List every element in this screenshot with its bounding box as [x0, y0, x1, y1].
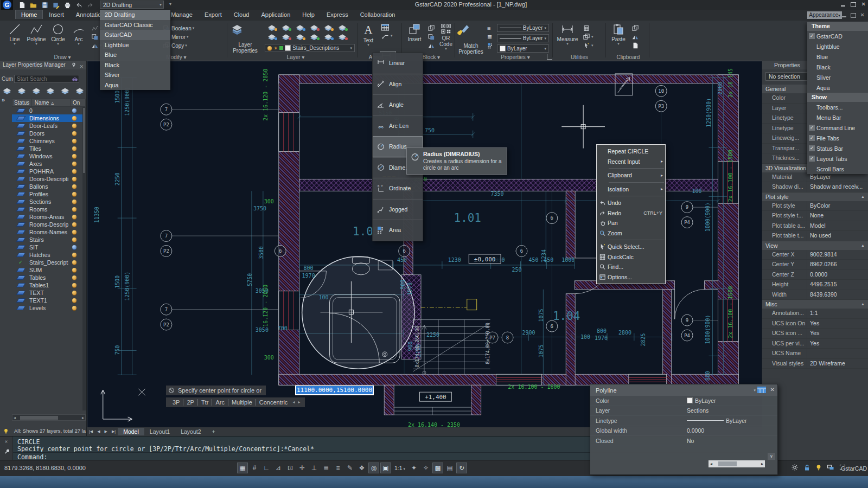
layout-tab-model[interactable]: Model [118, 428, 144, 435]
save-as-icon[interactable] [52, 1, 61, 9]
status-table-display[interactable]: ▤ [444, 463, 455, 473]
properties-dialog-launcher[interactable] [547, 54, 552, 60]
dim-menu-ordinate[interactable]: Ordinate [373, 178, 423, 199]
context-item-options[interactable]: Options... [597, 272, 665, 282]
layer-row[interactable]: ✓Stairs_Descripti... [12, 259, 82, 266]
circle-option-concentric[interactable]: Concentric [256, 397, 291, 407]
layer-row[interactable]: Chimneys [12, 137, 82, 145]
arc-tool[interactable]: Arc▾ [68, 23, 89, 45]
tab-collaboration[interactable]: Collaboration [354, 10, 401, 19]
doc-close-button[interactable]: ✕ [860, 12, 865, 18]
color-combo[interactable]: ByLayer▾ [497, 24, 549, 32]
theme-blue[interactable]: Blue [807, 52, 868, 62]
dim-menu-jogged[interactable]: Jogged [373, 199, 423, 220]
command-wrench-icon[interactable] [3, 448, 10, 455]
palette-title[interactable]: Layer Properties Manager ✕ [0, 61, 86, 69]
appearance-button[interactable]: Appearance▾ [807, 11, 842, 19]
status-polar-tracking[interactable]: ⊿ [273, 463, 284, 473]
dim-menu-align[interactable]: Align [373, 74, 423, 95]
tab-help[interactable]: Help [296, 10, 321, 19]
property-row[interactable]: Visual styles2D Wireframe [762, 359, 868, 369]
utilities-extra-tools[interactable]: ▾ ▾ [583, 24, 593, 50]
new-file-icon[interactable] [17, 1, 27, 9]
layer-settings-icon[interactable] [75, 87, 85, 94]
section-misc[interactable]: Misc▲ [762, 300, 868, 309]
workspace-combo[interactable]: 2D Drafting▾ [100, 1, 164, 9]
linetype-combo[interactable]: ByLayer▾ [497, 34, 549, 42]
context-item-repeat-circle[interactable]: Repeat CIRCLE [597, 146, 665, 157]
circle-option-ttr[interactable]: Ttr [198, 397, 212, 407]
command-close-icon[interactable]: ✕ [5, 439, 8, 444]
prev-layout-icon[interactable]: ◀ [95, 429, 102, 434]
circle-option-2p[interactable]: 2P [183, 397, 197, 407]
theme-black[interactable]: Black [807, 62, 868, 72]
layer-row[interactable]: Doors-Descripti... [12, 175, 82, 183]
circle-option-multiple[interactable]: Multiple [228, 397, 256, 407]
set-current-layer-icon[interactable] [60, 87, 70, 94]
qp-row-color[interactable]: ColorByLayer [590, 396, 777, 406]
layer-combo[interactable]: ☀ Stairs_Descriptions ▾ [265, 44, 355, 52]
text-tool[interactable]: Text▾ [359, 23, 378, 46]
line-tool[interactable]: Line▾ [4, 23, 25, 45]
dim-menu-angle[interactable]: Angle [373, 94, 423, 115]
property-row[interactable]: Width8439.6390 [762, 290, 868, 300]
property-row[interactable]: Height4496.2515 [762, 280, 868, 290]
layer-filter-icon[interactable] [2, 87, 12, 94]
show-command-line[interactable]: ✓Command Line [807, 123, 868, 133]
qp-hscrollbar[interactable]: ◂▸ [709, 460, 765, 467]
workspace-option[interactable]: GstarCAD Classic [100, 20, 170, 30]
status-annotation-visibility[interactable]: ✦ [409, 463, 419, 473]
next-layout-icon[interactable]: ▶ [103, 429, 110, 434]
show-file-tabs[interactable]: ✓File Tabs [807, 133, 868, 143]
collapse-filter-tree-icon[interactable]: » [2, 97, 5, 103]
lineweight-combo[interactable]: ByLayer▾ [497, 44, 549, 53]
layer-row[interactable]: TEXT1 [12, 297, 82, 304]
search-icon[interactable] [72, 76, 78, 82]
doc-minimize-button[interactable] [842, 16, 846, 17]
paste-tool[interactable]: Paste▾ [609, 23, 628, 45]
property-row[interactable]: Center Y8962.0266 [762, 260, 868, 270]
unlock-icon[interactable] [803, 464, 810, 471]
theme-lightblue[interactable]: Lightblue [807, 41, 868, 52]
layout-tab-new[interactable]: + [207, 428, 221, 435]
block-extra-tools[interactable] [427, 24, 435, 50]
insert-block-tool[interactable]: Insert [405, 23, 424, 42]
show-menu-bar[interactable]: Menu Bar [807, 112, 868, 123]
property-row[interactable]: Plot table a...Model [762, 221, 868, 232]
properties-panel-label[interactable]: Properties ▾ [488, 54, 542, 60]
layer-row[interactable]: Tiles [12, 145, 82, 152]
properties-extra-icons[interactable]: ≡≣ [487, 24, 494, 50]
layer-row[interactable]: Tables1 [12, 281, 82, 289]
property-row[interactable]: Plot style t...None [762, 211, 868, 221]
minimize-button[interactable] [841, 5, 845, 7]
open-file-icon[interactable] [29, 1, 38, 9]
tab-home[interactable]: Home [15, 10, 43, 19]
status-selection-cycling[interactable]: ✎ [344, 463, 355, 473]
clipboard-extra-tools[interactable] [631, 24, 639, 50]
qp-scroll-down-icon[interactable]: ∨ [768, 453, 775, 460]
context-item-isolation[interactable]: Isolation▸ [597, 184, 665, 195]
layer-row[interactable]: Windows [12, 152, 82, 160]
layer-row[interactable]: Hatches [12, 251, 82, 259]
workspace-option[interactable]: 2D Drafting [100, 10, 170, 20]
context-item-quickcalc[interactable]: QuickCalc [597, 252, 665, 262]
workspace-option[interactable]: Lightblue [100, 40, 170, 50]
dim-menu-area[interactable]: Area [373, 220, 423, 241]
layer-row[interactable]: Rooms [12, 206, 82, 213]
plot-icon[interactable] [63, 1, 72, 9]
status-zoom-toggle[interactable]: ◎ [368, 463, 379, 473]
theme-aqua[interactable]: Aqua [807, 82, 868, 93]
match-properties-button[interactable]: Match Properties [457, 23, 485, 55]
quick-properties-title[interactable]: Polyline▾ ✕ [590, 384, 777, 396]
context-item-redo[interactable]: RedoCTRL+Y [597, 208, 665, 219]
section-plot-style[interactable]: Plot style▲ [762, 192, 868, 201]
layer-row[interactable]: Levels [12, 304, 82, 312]
status-isolate-objects[interactable]: ❖ [356, 463, 367, 473]
workspace-option[interactable]: GstarCAD [100, 30, 170, 40]
status-dynamic-ucs[interactable]: ⊥ [309, 463, 320, 473]
annotation-scale[interactable]: 1:1 ▾ [392, 465, 407, 471]
context-item-recent-input[interactable]: Recent Input▸ [597, 157, 665, 167]
circle-option-3p[interactable]: 3P [169, 397, 183, 407]
layer-row[interactable]: POHHRA [12, 168, 82, 175]
layer-row[interactable]: SUM [12, 266, 82, 274]
